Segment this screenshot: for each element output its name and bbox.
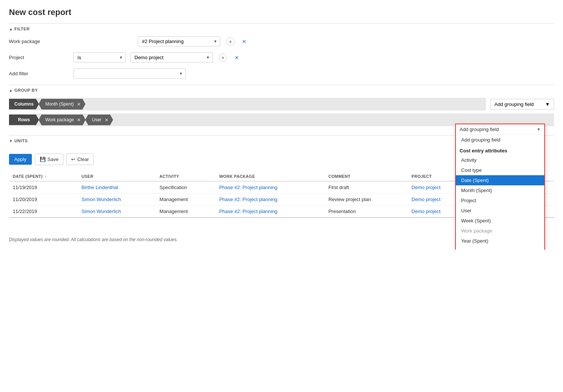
dropdown-item-year--spent-[interactable]: Year (Spent) xyxy=(456,236,544,246)
add-grouping-field-label: Add grouping field xyxy=(494,101,534,107)
add-filter-select[interactable] xyxy=(73,69,186,79)
dropdown-panel-header-label: Add grouping field xyxy=(460,127,499,132)
col-header-user: USER xyxy=(78,171,156,181)
rows-tag-work-package-remove[interactable]: ✕ xyxy=(77,117,81,123)
cell-comment: Presentation xyxy=(325,206,408,218)
col-header-date[interactable]: DATE (SPENT) ↑ xyxy=(9,171,78,181)
dropdown-panel-chevron: ▼ xyxy=(537,127,541,131)
project-filter-operator[interactable]: is xyxy=(73,52,126,63)
dropdown-category: Cost entry attributes xyxy=(456,145,544,155)
filter-label: FILTER xyxy=(14,27,30,31)
save-label: Save xyxy=(48,157,59,162)
user-link[interactable]: Birthe Lindenthal xyxy=(82,185,118,190)
dropdown-item-date--spent-[interactable]: Date (Spent) xyxy=(456,175,544,185)
cell-comment: Review project plan xyxy=(325,194,408,206)
rows-tag-work-package-label: Work package xyxy=(45,117,74,122)
filter-arrow: ▲ xyxy=(9,27,13,31)
clear-label: Clear xyxy=(77,157,89,162)
dropdown-item-week--spent-[interactable]: Week (Spent) xyxy=(456,216,544,226)
cell-work-package: Phase #2: Project planning xyxy=(215,206,325,218)
user-link[interactable]: Simon Wunderlich xyxy=(82,197,121,202)
cell-comment: First draft xyxy=(325,181,408,194)
dropdown-item-user[interactable]: User xyxy=(456,206,544,216)
col-header-work-package: WORK PACKAGE xyxy=(215,171,325,181)
cell-work-package: Phase #2: Project planning xyxy=(215,194,325,206)
save-button[interactable]: 💾 Save xyxy=(35,154,64,165)
dropdown-category: Work package attributes xyxy=(456,246,544,250)
project-filter-value-wrapper: Demo project ▼ xyxy=(130,52,213,63)
work-package-link[interactable]: Phase #2: Project planning xyxy=(219,209,277,214)
page-title: New cost report xyxy=(9,7,554,17)
work-package-filter-row: Work package #2 Project planning ▼ + ✕ xyxy=(9,33,554,49)
cell-user: Birthe Lindenthal xyxy=(78,181,156,194)
units-label: UNITS xyxy=(14,139,28,143)
cell-user: Simon Wunderlich xyxy=(78,194,156,206)
columns-tag-month-spent-label: Month (Spent) xyxy=(45,101,74,107)
rows-tag-user: User ✕ xyxy=(85,115,113,125)
dropdown-item-add-grouping-field[interactable]: Add grouping field xyxy=(456,135,544,145)
dropdown-items-container: Add grouping fieldCost entry attributesA… xyxy=(456,135,544,250)
add-filter-label: Add filter xyxy=(9,71,69,76)
dropdown-item-activity[interactable]: Activity xyxy=(456,155,544,165)
work-package-filter-value-wrapper: #2 Project planning ▼ xyxy=(138,36,220,46)
add-grouping-field-chevron: ▼ xyxy=(545,101,550,107)
work-package-filter-label: Work package xyxy=(9,39,69,44)
cell-work-package: Phase #2: Project planning xyxy=(215,181,325,194)
columns-row: Columns Month (Spent) ✕ Add grouping fie… xyxy=(9,98,554,110)
project-remove-btn[interactable]: ✕ xyxy=(233,54,240,61)
project-filter-value[interactable]: Demo project xyxy=(130,52,213,63)
user-link[interactable]: Simon Wunderlich xyxy=(82,209,121,214)
work-package-add-btn[interactable]: + xyxy=(226,37,234,46)
rows-tag-user-remove[interactable]: ✕ xyxy=(105,117,109,123)
group-by-label: GROUP BY xyxy=(14,88,37,92)
add-filter-select-wrapper: ▼ xyxy=(73,69,186,79)
dropdown-item-month--spent-[interactable]: Month (Spent) xyxy=(456,185,544,195)
cell-date: 11/20/2019 xyxy=(9,194,78,206)
project-link[interactable]: Demo project xyxy=(412,185,441,190)
col-header-comment: COMMENT xyxy=(325,171,408,181)
dropdown-item-work-package: Work package xyxy=(456,226,544,236)
cell-user: Simon Wunderlich xyxy=(78,206,156,218)
columns-tag-month-spent: Month (Spent) ✕ xyxy=(39,99,85,110)
clear-undo-icon: ↩ xyxy=(71,157,75,162)
apply-button[interactable]: Apply xyxy=(9,154,32,165)
work-package-remove-btn[interactable]: ✕ xyxy=(240,38,248,45)
col-header-activity: ACTIVITY xyxy=(156,171,215,181)
units-arrow: ▼ xyxy=(9,139,13,143)
group-by-toggle[interactable]: ▲ GROUP BY xyxy=(9,85,554,95)
work-package-link[interactable]: Phase #2: Project planning xyxy=(219,185,277,190)
add-filter-row: Add filter ▼ xyxy=(9,66,554,82)
save-disk-icon: 💾 xyxy=(40,157,46,162)
columns-label: Columns xyxy=(9,99,39,109)
work-package-filter-value[interactable]: #2 Project planning xyxy=(138,36,220,46)
rows-tag-work-package: Work package ✕ xyxy=(39,115,85,125)
filter-section: ▲ FILTER Work package #2 Project plannin… xyxy=(9,23,554,82)
project-filter-label: Project xyxy=(9,55,69,60)
filter-toggle[interactable]: ▲ FILTER xyxy=(9,23,554,33)
grouping-dropdown-panel: Add grouping field ▼ Add grouping fieldC… xyxy=(455,124,545,250)
cell-date: 11/22/2019 xyxy=(9,206,78,218)
dropdown-item-cost-type[interactable]: Cost type xyxy=(456,165,544,175)
add-grouping-field-button[interactable]: Add grouping field ▼ xyxy=(490,99,554,110)
rows-tag-user-label: User xyxy=(92,117,101,122)
group-by-arrow: ▲ xyxy=(9,88,13,92)
project-add-btn[interactable]: + xyxy=(219,54,227,62)
cell-date: 11/19/2019 xyxy=(9,181,78,194)
clear-button[interactable]: ↩ Clear xyxy=(66,154,94,165)
rows-label: Rows xyxy=(9,115,39,125)
dropdown-panel-header: Add grouping field ▼ xyxy=(456,124,544,135)
cell-activity: Management xyxy=(156,194,215,206)
project-filter-operator-wrapper: is ▼ xyxy=(73,52,126,63)
cell-activity: Specification xyxy=(156,181,215,194)
date-sort-icon: ↑ xyxy=(45,174,46,179)
project-link[interactable]: Demo project xyxy=(412,197,441,202)
work-package-link[interactable]: Phase #2: Project planning xyxy=(219,197,277,202)
dropdown-item-project[interactable]: Project xyxy=(456,195,544,206)
columns-tags-area: Columns Month (Spent) ✕ xyxy=(9,98,486,110)
cell-activity: Management xyxy=(156,206,215,218)
project-filter-row: Project is ▼ Demo project ▼ + ✕ xyxy=(9,49,554,66)
project-link[interactable]: Demo project xyxy=(412,209,441,214)
columns-tag-month-spent-remove[interactable]: ✕ xyxy=(77,101,81,107)
